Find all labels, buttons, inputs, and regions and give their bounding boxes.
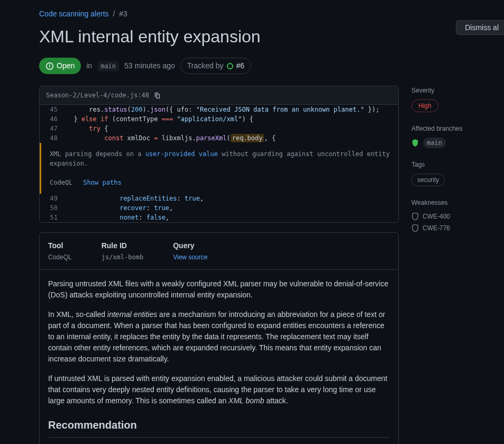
weakness-row[interactable]: CWE-776 — [411, 223, 504, 233]
show-paths-link[interactable]: Show paths — [83, 178, 121, 187]
info-col-label: Query — [173, 240, 207, 251]
tracked-issue: #6 — [236, 60, 245, 71]
status-badge-open: Open — [39, 58, 81, 74]
meta-row: Open in main 53 minutes ago Tracked by #… — [39, 58, 504, 74]
alert-icon — [45, 62, 54, 70]
tags-label: Tags — [411, 160, 504, 169]
line-number: 49 — [40, 194, 66, 203]
tag-security[interactable]: security — [411, 174, 445, 186]
code-content: try { — [66, 124, 398, 133]
line-number: 45 — [40, 105, 66, 114]
line-number: 47 — [40, 124, 66, 133]
weaknesses-label: Weaknesses — [411, 198, 504, 207]
info-col-value: CodeQL — [48, 252, 72, 262]
affected-branches-label: Affected branches — [411, 124, 504, 133]
alert-message: XML parsing depends on a user-provided v… — [50, 149, 390, 168]
info-col-label: Tool — [48, 240, 72, 251]
code-content: } else if (contentType === "application/… — [66, 114, 398, 124]
shield-icon — [411, 224, 419, 232]
description-paragraph: In XML, so-called internal entities are … — [48, 309, 390, 365]
line-number: 48 — [40, 133, 66, 143]
issue-open-icon — [227, 63, 233, 69]
code-path[interactable]: Season-2/Level-4/code.js:48 — [46, 90, 149, 100]
branch-name[interactable]: main — [423, 138, 446, 148]
weakness-label: CWE-400 — [423, 212, 450, 221]
alert-tool: CodeQL — [50, 178, 72, 187]
breadcrumb-parent[interactable]: Code scanning alerts — [39, 10, 109, 18]
code-line: 47 try { — [40, 124, 398, 133]
shield-icon — [411, 213, 419, 220]
line-number: 51 — [40, 213, 66, 222]
status-age: 53 minutes ago — [124, 60, 175, 71]
description-paragraph: If untrusted XML is parsed with entity e… — [48, 373, 390, 406]
status-branch[interactable]: main — [97, 61, 119, 71]
line-number: 50 — [40, 203, 66, 213]
description-paragraph: Parsing untrusted XML files with a weakl… — [48, 278, 390, 301]
tags-section: Tags security — [411, 160, 504, 186]
code-content: replaceEntities: true, — [66, 194, 398, 203]
info-col-label: Rule ID — [102, 240, 143, 251]
severity-label: Severity — [411, 86, 504, 95]
dismiss-alert-button[interactable]: Dismiss al — [456, 20, 504, 35]
code-content: const xmlDoc = libxmljs.parseXml(req.bod… — [66, 133, 398, 143]
page-title: XML internal entity expansion — [39, 24, 504, 49]
user-provided-link[interactable]: user-provided value — [145, 150, 218, 158]
line-number: 46 — [40, 114, 66, 124]
severity-section: Severity High — [411, 86, 504, 112]
code-line: 50 recover: true, — [40, 203, 398, 213]
code-line: 51 nonet: false, — [40, 213, 398, 222]
info-card: ToolCodeQLRule IDjs/xml-bombQueryView so… — [39, 232, 399, 444]
weakness-label: CWE-776 — [423, 223, 450, 233]
code-content: nonet: false, — [66, 213, 398, 222]
code-line: 46 } else if (contentType === "applicati… — [40, 114, 398, 124]
code-body: 45 res.status(200).json({ ufo: "Received… — [40, 105, 398, 222]
info-col: Rule IDjs/xml-bomb — [102, 240, 143, 262]
info-body: Parsing untrusted XML files with a weakl… — [40, 270, 398, 444]
code-line: 49 replaceEntities: true, — [40, 194, 398, 203]
status-branch-prefix: in — [86, 60, 92, 71]
recommendation-heading: Recommendation — [48, 417, 390, 438]
code-content: recover: true, — [66, 203, 398, 213]
code-header: Season-2/Level-4/code.js:48 — [40, 86, 398, 105]
tracked-prefix: Tracked by — [187, 60, 224, 71]
tracked-by-pill[interactable]: Tracked by #6 — [180, 58, 251, 74]
severity-badge: High — [411, 99, 438, 112]
code-card: Season-2/Level-4/code.js:48 45 res.statu… — [39, 86, 399, 223]
info-col-value: js/xml-bomb — [102, 252, 143, 262]
weaknesses-section: Weaknesses CWE-400CWE-776 — [411, 198, 504, 233]
shield-icon — [411, 139, 419, 147]
code-line: 48 const xmlDoc = libxmljs.parseXml(req.… — [40, 133, 398, 143]
breadcrumb-current: #3 — [119, 10, 127, 18]
code-content: res.status(200).json({ ufo: "Received JS… — [66, 105, 398, 114]
status-label: Open — [57, 60, 75, 71]
info-col: ToolCodeQL — [48, 240, 72, 262]
breadcrumb: Code scanning alerts / #3 — [39, 8, 504, 20]
affected-branches-section: Affected branches main — [411, 124, 504, 148]
code-line: 45 res.status(200).json({ ufo: "Received… — [40, 105, 398, 114]
weakness-row[interactable]: CWE-400 — [411, 212, 504, 221]
copy-icon[interactable] — [153, 92, 161, 99]
info-col: QueryView source — [173, 240, 207, 262]
info-col-value[interactable]: View source — [173, 252, 207, 262]
breadcrumb-sep: / — [113, 10, 115, 18]
info-header: ToolCodeQLRule IDjs/xml-bombQueryView so… — [40, 233, 398, 270]
alert-box: XML parsing depends on a user-provided v… — [40, 143, 398, 194]
